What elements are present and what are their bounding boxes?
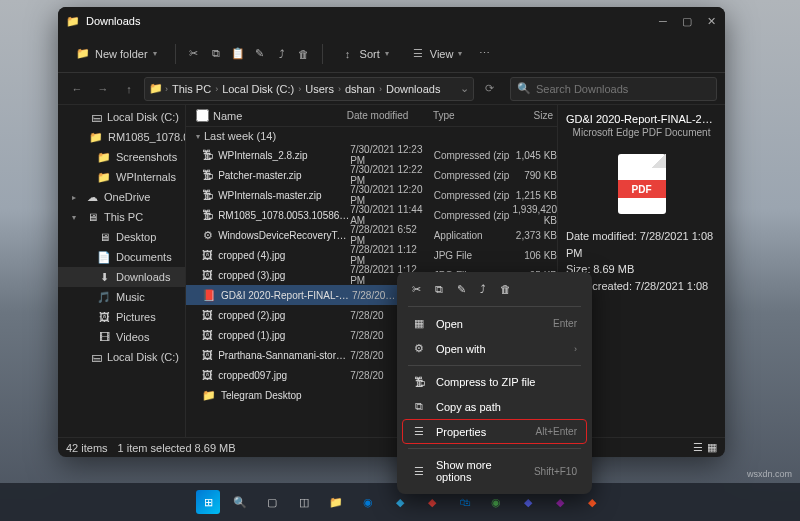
share-button[interactable]: ⤴ [274, 47, 290, 61]
rename-icon[interactable]: ✎ [457, 283, 466, 296]
file-row[interactable]: 🖼cropped (4).jpg7/28/2021 1:12 PMJPG Fil… [186, 245, 557, 265]
back-button[interactable]: ← [66, 78, 88, 100]
folder-icon: 📁 [66, 15, 80, 28]
col-name[interactable]: Name [192, 109, 343, 122]
search-button[interactable]: 🔍 [228, 490, 252, 514]
up-button[interactable]: ↑ [118, 78, 140, 100]
sidebar-item-downloads[interactable]: ⬇Downloads [58, 267, 185, 287]
drive-icon: 🖴 [91, 350, 102, 364]
search-input[interactable] [536, 83, 710, 95]
ctx-copy-path[interactable]: ⧉ Copy as path [402, 394, 587, 419]
file-name: cropped (4).jpg [218, 250, 350, 261]
copy-button[interactable]: ⧉ [208, 47, 224, 61]
cut-icon[interactable]: ✂ [412, 283, 421, 296]
file-name: Patcher-master.zip [218, 170, 350, 181]
docs-icon: 📄 [97, 250, 111, 264]
properties-icon: ☰ [412, 425, 426, 438]
new-folder-button[interactable]: 📁 New folder ▾ [68, 43, 165, 65]
minimize-button[interactable]: ─ [657, 15, 669, 27]
close-button[interactable]: ✕ [705, 15, 717, 27]
sidebar-item-local-disk-c-[interactable]: 🖴Local Disk (C:) [58, 347, 185, 367]
file-row[interactable]: ⚙WindowsDeviceRecoveryToolInstaller (…7/… [186, 225, 557, 245]
file-name: RM1085_1078.0053.10586.13169.12742… [218, 210, 350, 221]
sidebar-item-rm1085-1078-0-[interactable]: 📁RM1085_1078.0… [58, 127, 185, 147]
ctx-more-options[interactable]: ☰ Show more options Shift+F10 [402, 453, 587, 489]
select-all-checkbox[interactable] [196, 109, 209, 122]
edge-button[interactable]: ◉ [356, 490, 380, 514]
file-row[interactable]: 🗜WPInternals_2.8.zip7/30/2021 12:23 PMCo… [186, 145, 557, 165]
file-type: Application [434, 230, 510, 241]
file-name: Prarthana-Sannamani-story-1.jpg [218, 350, 350, 361]
exe-icon: ⚙ [202, 228, 213, 242]
file-size: 2,373 KB [509, 230, 557, 241]
sidebar-item-onedrive[interactable]: ▸☁OneDrive [58, 187, 185, 207]
file-row[interactable]: 🗜WPInternals-master.zip7/30/2021 12:20 P… [186, 185, 557, 205]
toolbar: 📁 New folder ▾ ✂ ⧉ 📋 ✎ ⤴ 🗑 ↕ Sort ▾ ☰ Vi… [58, 35, 725, 73]
file-size: 106 KB [509, 250, 557, 261]
sidebar: 🖴Local Disk (C:)📁RM1085_1078.0…📁Screensh… [58, 105, 186, 437]
ctx-compress[interactable]: 🗜 Compress to ZIP file [402, 370, 587, 394]
details-filename: GD&I 2020-Report-FINAL-202… [566, 113, 717, 125]
pdf-icon: PDF [618, 154, 666, 214]
forward-button[interactable]: → [92, 78, 114, 100]
sidebar-item-documents[interactable]: 📄Documents [58, 247, 185, 267]
copy-icon[interactable]: ⧉ [435, 283, 443, 296]
pics-icon: 🖼 [97, 310, 111, 324]
file-row[interactable]: 🗜Patcher-master.zip7/30/2021 12:22 PMCom… [186, 165, 557, 185]
file-row[interactable]: 🗜RM1085_1078.0053.10586.13169.12742…7/30… [186, 205, 557, 225]
sidebar-item-desktop[interactable]: 🖥Desktop [58, 227, 185, 247]
zip-icon: 🗜 [202, 168, 213, 182]
file-date: 7/30/2021 12:22 PM [350, 164, 434, 186]
thumbnails-view-button[interactable]: ▦ [707, 441, 717, 454]
task-view-button[interactable]: ▢ [260, 490, 284, 514]
folder-icon: 📁 [97, 170, 111, 184]
cut-button[interactable]: ✂ [186, 47, 202, 61]
sidebar-item-wpinternals[interactable]: 📁WPInternals [58, 167, 185, 187]
file-name: cropped (1).jpg [218, 330, 350, 341]
crumb-downloads[interactable]: Downloads [384, 83, 442, 95]
ctx-properties[interactable]: ☰ Properties Alt+Enter [402, 419, 587, 444]
address-bar[interactable]: 📁 › This PC › Local Disk (C:) › Users › … [144, 77, 474, 101]
open-with-icon: ⚙ [412, 342, 426, 355]
col-date[interactable]: Date modified [343, 110, 429, 121]
sidebar-item-local-disk-c-[interactable]: 🖴Local Disk (C:) [58, 107, 185, 127]
more-button[interactable]: ⋯ [476, 47, 492, 61]
group-header[interactable]: ▾ Last week (14) [186, 127, 557, 145]
share-icon[interactable]: ⤴ [480, 283, 486, 296]
sidebar-item-pictures[interactable]: 🖼Pictures [58, 307, 185, 327]
path-icon: ⧉ [412, 400, 426, 413]
sidebar-item-screenshots[interactable]: 📁Screenshots [58, 147, 185, 167]
crumb-users[interactable]: Users [303, 83, 336, 95]
sidebar-item-videos[interactable]: 🎞Videos [58, 327, 185, 347]
chevron-down-icon[interactable]: ⌄ [460, 82, 469, 95]
status-bar: 42 items 1 item selected 8.69 MB ☰ ▦ [58, 437, 725, 457]
file-name: GD&I 2020-Report-FINAL-2020-10-19-… [221, 290, 352, 301]
delete-button[interactable]: 🗑 [296, 47, 312, 61]
file-name: WindowsDeviceRecoveryToolInstaller (… [218, 230, 350, 241]
sidebar-item-this-pc[interactable]: ▾🖥This PC [58, 207, 185, 227]
file-name: cropped (3).jpg [218, 270, 350, 281]
maximize-button[interactable]: ▢ [681, 15, 693, 27]
details-view-button[interactable]: ☰ [693, 441, 703, 454]
widgets-button[interactable]: ◫ [292, 490, 316, 514]
col-size[interactable]: Size [507, 110, 557, 121]
crumb-thispc[interactable]: This PC [170, 83, 213, 95]
sidebar-item-music[interactable]: 🎵Music [58, 287, 185, 307]
paste-button[interactable]: 📋 [230, 47, 246, 61]
search-box[interactable]: 🔍 [510, 77, 717, 101]
zip-icon: 🗜 [412, 376, 426, 388]
ctx-open[interactable]: ▦ Open Enter [402, 311, 587, 336]
folder-icon: 📁 [89, 130, 103, 144]
delete-icon[interactable]: 🗑 [500, 283, 511, 296]
refresh-button[interactable]: ⟳ [478, 78, 500, 100]
rename-button[interactable]: ✎ [252, 47, 268, 61]
col-type[interactable]: Type [429, 110, 507, 121]
sort-button[interactable]: ↕ Sort ▾ [333, 43, 397, 65]
file-explorer-window: 📁 Downloads ─ ▢ ✕ 📁 New folder ▾ ✂ ⧉ 📋 ✎… [58, 7, 725, 457]
crumb-user[interactable]: dshan [343, 83, 377, 95]
start-button[interactable]: ⊞ [196, 490, 220, 514]
ctx-open-with[interactable]: ⚙ Open with › [402, 336, 587, 361]
crumb-drive[interactable]: Local Disk (C:) [220, 83, 296, 95]
view-button[interactable]: ☰ View ▾ [403, 43, 471, 65]
explorer-button[interactable]: 📁 [324, 490, 348, 514]
